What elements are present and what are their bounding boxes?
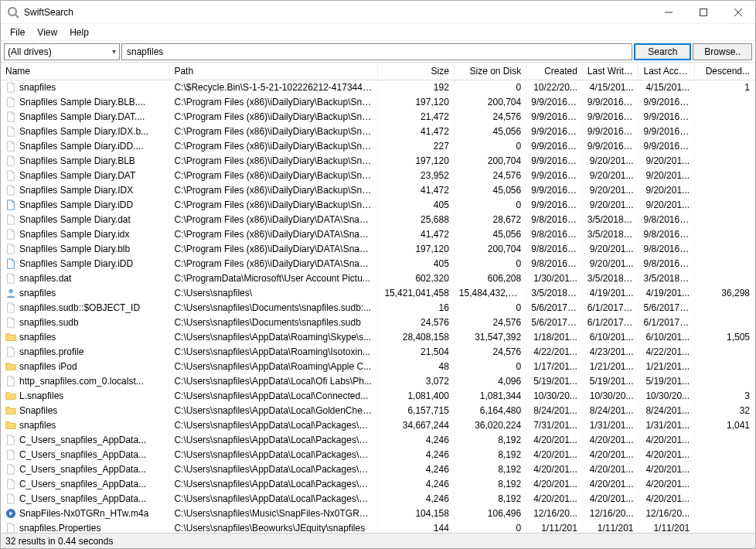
file-name: Snapfiles Sample Diary.IDX [19,185,133,196]
table-row[interactable]: Snapfiles Sample Diary.IDX.b...C:\Progra… [1,124,755,139]
file-last-accessed: 9/20/201... [639,169,695,183]
file-descendants [695,124,755,139]
table-row[interactable]: SnapFiles-Nx0TGRn_HTw.m4aC:\Users\snapfi… [1,506,755,521]
file-icon [5,523,16,533]
table-row[interactable]: Snapfiles Sample Diary.BLBC:\Program Fil… [1,154,755,169]
table-row[interactable]: snapfilesC:\Users\snapfiles\15,421,041,4… [1,286,755,301]
table-row[interactable]: Snapfiles Sample Diary.blbC:\Program Fil… [1,242,755,257]
file-size-on-disk: 8,192 [454,433,526,448]
table-row[interactable]: snapfilesC:\Users\snapfiles\AppData\Loca… [1,418,755,433]
table-row[interactable]: L.snapfilesC:\Users\snapfiles\AppData\Lo… [1,389,755,404]
file-size: 4,246 [378,492,455,506]
file-last-written: 4/20/201... [582,433,639,448]
file-name: snapfiles [19,82,56,93]
column-headers: Name Path Size Size on Disk Created Last… [1,63,755,80]
col-last-accessed[interactable]: Last Acce... [639,63,695,80]
table-row[interactable]: Snapfiles Sample Diary.DATC:\Program Fil… [1,169,755,183]
search-input[interactable] [121,43,632,60]
file-path: C:\Users\snapfiles\AppData\Local\Package… [169,418,378,433]
file-name: C_Users_snapfiles_AppData... [19,493,146,504]
table-row[interactable]: snapfiles.profileC:\Users\snapfiles\AppD… [1,345,755,360]
table-row[interactable]: snapfiles iPodC:\Users\snapfiles\AppData… [1,360,755,374]
file-last-accessed: 1/11/201 [639,521,695,534]
table-row[interactable]: Snapfiles Sample Diary.iDDC:\Program Fil… [1,257,755,271]
maximize-button[interactable] [686,1,720,24]
file-last-accessed: 9/8/2016 ... [639,213,695,227]
file-size: 25,688 [378,213,455,227]
file-last-written: 8/24/201... [582,404,639,418]
table-row[interactable]: http_snapfiles.com_0.localst...C:\Users\… [1,374,755,389]
file-size: 24,576 [378,315,455,330]
col-last-written[interactable]: Last Writt... [582,63,639,80]
table-row[interactable]: Snapfiles Sample Diary.IDXC:\Program Fil… [1,183,755,198]
file-created: 10/22/20... [526,80,583,95]
file-path: C:\Users\snapfiles\AppData\Local\Package… [169,448,378,462]
col-name[interactable]: Name [1,63,169,80]
table-row[interactable]: C_Users_snapfiles_AppData...C:\Users\sna… [1,477,755,492]
folder-icon [5,390,16,401]
table-row[interactable]: Snapfiles Sample Diary.iDDC:\Program Fil… [1,198,755,213]
file-last-written: 9/9/2016 ... [582,139,639,154]
file-last-accessed: 5/6/2017 ... [639,301,695,315]
file-icon [5,479,16,489]
file-path: C:\Program Files (x86)\iDailyDiary\Backu… [169,110,378,124]
file-icon [5,185,16,196]
table-row[interactable]: C_Users_snapfiles_AppData...C:\Users\sna… [1,462,755,477]
file-icon [5,244,16,254]
file-last-accessed: 4/15/201... [639,80,695,95]
menu-file[interactable]: File [4,26,31,39]
file-descendants [695,154,755,169]
menu-help[interactable]: Help [63,26,95,39]
file-created: 1/30/201... [526,271,583,286]
search-button[interactable]: Search [634,43,691,60]
col-descendants[interactable]: Descend... [695,63,755,80]
file-name: Snapfiles Sample Diary.blb [19,244,130,254]
table-row[interactable]: snapfilesC:\Users\snapfiles\AppData\Roam… [1,330,755,345]
table-row[interactable]: snapfiles.datC:\ProgramData\Microsoft\Us… [1,271,755,286]
file-last-accessed: 9/8/2016 ... [639,242,695,257]
file-last-written: 4/20/201... [582,448,639,462]
file-created: 1/11/201 [526,521,583,534]
table-row[interactable]: Snapfiles Sample Diary.BLB....C:\Program… [1,95,755,110]
close-button[interactable] [720,1,755,24]
file-path: C:\Program Files (x86)\iDailyDiary\DATA\… [169,213,378,227]
file-size: 34,667,244 [378,418,455,433]
file-icon [5,229,16,240]
minimize-button[interactable] [651,1,686,24]
table-row[interactable]: SnapfilesC:\Users\snapfiles\AppData\Loca… [1,404,755,418]
table-row[interactable]: C_Users_snapfiles_AppData...C:\Users\sna… [1,492,755,506]
file-size-on-disk: 31,547,392 [454,330,526,345]
menu-view[interactable]: View [31,26,63,39]
table-row[interactable]: snapfiles.sudbC:\Users\snapfiles\Documen… [1,315,755,330]
file-created: 4/20/201... [526,462,583,477]
col-created[interactable]: Created [526,63,583,80]
file-created: 4/22/201... [526,345,583,360]
table-row[interactable]: C_Users_snapfiles_AppData...C:\Users\sna… [1,448,755,462]
file-descendants: 3 [695,389,755,404]
col-size[interactable]: Size [378,63,455,80]
col-path[interactable]: Path [169,63,378,80]
table-row[interactable]: snapfiles.PropertiesC:\Users\snapfiles\B… [1,521,755,534]
file-created: 9/9/2016 ... [526,139,583,154]
file-size: 144 [378,521,455,534]
table-row[interactable]: Snapfiles Sample Diary.idxC:\Program Fil… [1,227,755,242]
table-row[interactable]: Snapfiles Sample Diary.iDD....C:\Program… [1,139,755,154]
drive-selector[interactable]: (All drives) ▾ [4,43,120,60]
file-size: 602,320 [378,271,455,286]
table-row[interactable]: Snapfiles Sample Diary.datC:\Program Fil… [1,213,755,227]
table-row[interactable]: snapfiles.sudb::$OBJECT_IDC:\Users\snapf… [1,301,755,315]
table-row[interactable]: snapfilesC:\$Recycle.Bin\S-1-5-21-102226… [1,80,755,95]
file-path: C:\Program Files (x86)\iDailyDiary\Backu… [169,154,378,169]
browse-button[interactable]: Browse.. [693,43,752,60]
results-table[interactable]: Name Path Size Size on Disk Created Last… [1,63,755,533]
file-size-on-disk: 0 [454,139,526,154]
file-size-on-disk: 6,164,480 [454,404,526,418]
table-row[interactable]: C_Users_snapfiles_AppData...C:\Users\sna… [1,433,755,448]
file-path: C:\Users\snapfiles\AppData\Local\Connect… [169,389,378,404]
file-path: C:\Program Files (x86)\iDailyDiary\Backu… [169,95,378,110]
col-size-on-disk[interactable]: Size on Disk [454,63,526,80]
file-created: 4/20/201... [526,433,583,448]
file-descendants [695,242,755,257]
file-created: 12/16/20... [526,506,583,521]
table-row[interactable]: Snapfiles Sample Diary.DAT....C:\Program… [1,110,755,124]
